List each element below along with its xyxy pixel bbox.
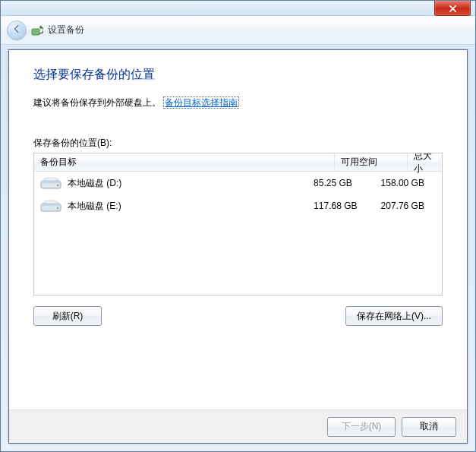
table-header: 备份目标 可用空间 总大小 [34,153,442,172]
svg-rect-2 [41,181,61,183]
svg-point-4 [43,178,58,181]
drive-free: 117.68 GB [307,201,374,211]
arrow-left-icon [11,24,22,37]
svg-rect-6 [41,204,61,206]
recommend-line: 建议将备份保存到外部硬盘上。 备份目标选择指南 [33,96,443,109]
cancel-button[interactable]: 取消 [402,417,456,437]
guide-link[interactable]: 备份目标选择指南 [163,96,239,109]
recommend-text: 建议将备份保存到外部硬盘上。 [33,97,161,108]
hard-drive-icon [40,176,61,190]
svg-point-7 [57,207,58,209]
next-button[interactable]: 下一步(N) [327,417,396,437]
titlebar [1,1,475,16]
save-network-button[interactable]: 保存在网络上(V)... [345,306,443,326]
close-button[interactable] [434,1,471,16]
drive-total: 207.76 GB [375,201,442,211]
drive-table: 备份目标 可用空间 总大小 [33,153,443,296]
svg-point-8 [43,201,58,204]
location-label: 保存备份的位置(B): [33,137,443,150]
hard-drive-icon [40,199,61,213]
backup-app-icon [31,24,43,36]
page-heading: 选择要保存备份的位置 [33,67,443,83]
drive-free: 85.25 GB [307,178,374,188]
header-bar: 设置备份 [1,16,475,45]
refresh-button[interactable]: 刷新(R) [33,306,102,326]
col-header-target[interactable]: 备份目标 [34,153,335,171]
drive-total: 158.00 GB [375,178,442,188]
col-header-free[interactable]: 可用空间 [335,153,408,171]
svg-rect-0 [32,29,39,35]
table-row[interactable]: 本地磁盘 (E:) 117.68 GB 207.76 GB [34,194,442,217]
back-button[interactable] [7,21,27,40]
svg-point-3 [57,185,58,186]
content-frame: 选择要保存备份的位置 建议将备份保存到外部硬盘上。 备份目标选择指南 保存备份的… [8,49,468,444]
table-row[interactable]: 本地磁盘 (D:) 85.25 GB 158.00 GB [34,172,442,194]
col-header-total[interactable]: 总大小 [408,153,442,171]
drive-name: 本地磁盘 (E:) [68,200,121,213]
drive-name: 本地磁盘 (D:) [68,177,121,190]
window-title: 设置备份 [48,24,84,36]
window-frame: 设置备份 选择要保存备份的位置 建议将备份保存到外部硬盘上。 备份目标选择指南 … [0,0,476,452]
middle-button-row: 刷新(R) 保存在网络上(V)... [33,306,443,326]
footer-bar: 下一步(N) 取消 [9,409,467,443]
close-icon [449,2,457,15]
